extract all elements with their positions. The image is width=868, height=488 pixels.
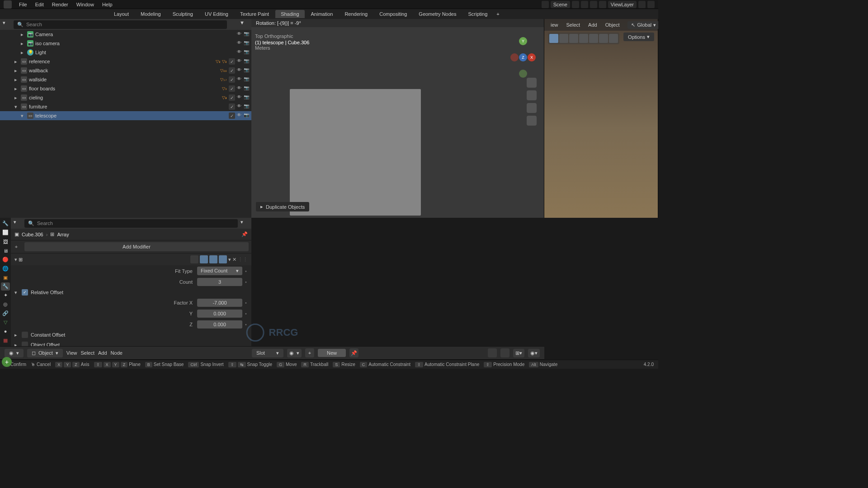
tab-scripting[interactable]: Scripting bbox=[462, 10, 493, 18]
hide-viewport-icon[interactable]: 👁 bbox=[236, 49, 242, 56]
particles-tab-icon[interactable]: ✦ bbox=[1, 291, 10, 300]
tree-row-furniture[interactable]: ▾▭furniture✓👁📷 bbox=[0, 102, 251, 111]
props-options-icon[interactable]: ▾ bbox=[14, 219, 22, 227]
render-tab-icon[interactable]: ⬜ bbox=[1, 229, 10, 237]
tree-row-floor-boards[interactable]: ▸▭floor boards▽₉✓👁📷 bbox=[0, 84, 251, 93]
output-tab-icon[interactable]: 🖼 bbox=[1, 238, 10, 246]
expand-arrow-icon[interactable]: ▾ bbox=[14, 104, 19, 110]
last-op-panel[interactable]: ▸ Duplicate Objects bbox=[256, 202, 309, 211]
tab-shading[interactable]: Shading bbox=[275, 10, 304, 18]
tree-row-wallback[interactable]: ▸▭wallback▽₆₀✓👁📷 bbox=[0, 66, 251, 75]
tab-geometrynodes[interactable]: Geometry Nodes bbox=[413, 10, 462, 18]
blender-logo-icon[interactable] bbox=[4, 0, 12, 9]
scene-browse-icon[interactable] bbox=[542, 1, 549, 8]
menu-render[interactable]: Render bbox=[48, 1, 72, 8]
section-checkbox[interactable] bbox=[22, 332, 28, 338]
camera-view-icon[interactable] bbox=[527, 103, 537, 113]
viewlayer-browse-icon[interactable] bbox=[599, 1, 606, 8]
use-nodes-icon[interactable] bbox=[488, 348, 497, 357]
scene-del-icon[interactable] bbox=[590, 1, 597, 8]
crumb-modifier[interactable]: Array bbox=[57, 232, 69, 237]
select-box-tool-icon[interactable] bbox=[549, 34, 558, 43]
mod-realtime-icon[interactable] bbox=[200, 255, 208, 263]
vp-menu-select[interactable]: Select bbox=[564, 21, 583, 28]
ne-menu-select[interactable]: Select bbox=[80, 350, 94, 356]
outliner-tree[interactable]: ▸📷Camera👁📷▸📷iso camera👁📷▸💡Light👁📷▸▭refer… bbox=[0, 30, 251, 218]
exclude-checkbox[interactable]: ✓ bbox=[229, 76, 235, 83]
disable-render-icon[interactable]: 📷 bbox=[243, 85, 250, 92]
tree-row-reference[interactable]: ▸▭reference▽₂ ▽₂✓👁📷 bbox=[0, 57, 251, 66]
new-collection-icon[interactable] bbox=[229, 20, 238, 29]
tree-row-telescope[interactable]: ▾▭telescope✓👁📷 bbox=[0, 111, 251, 120]
disable-render-icon[interactable]: 📷 bbox=[243, 103, 250, 110]
section-checkbox[interactable] bbox=[22, 342, 28, 346]
perspective-icon[interactable] bbox=[527, 116, 537, 126]
exclude-checkbox[interactable]: ✓ bbox=[229, 85, 235, 92]
mod-close-icon[interactable]: ✕ bbox=[232, 257, 236, 263]
tree-row-iso-camera[interactable]: ▸📷iso camera👁📷 bbox=[0, 39, 251, 48]
add-modifier-button[interactable]: Add Modifier bbox=[24, 242, 249, 251]
material-browse-dropdown[interactable]: ◉▾ bbox=[287, 349, 302, 357]
tab-uvediting[interactable]: UV Editing bbox=[199, 10, 234, 18]
axis-z-icon[interactable]: Z bbox=[519, 53, 527, 61]
exclude-checkbox[interactable]: ✓ bbox=[229, 67, 235, 74]
hide-viewport-icon[interactable]: 👁 bbox=[236, 103, 242, 110]
expand-arrow-icon[interactable]: ▸ bbox=[14, 59, 19, 65]
tab-compositing[interactable]: Compositing bbox=[374, 10, 412, 18]
pan-icon[interactable] bbox=[527, 90, 537, 100]
menu-file[interactable]: File bbox=[15, 1, 31, 8]
tab-modeling[interactable]: Modeling bbox=[135, 10, 166, 18]
expand-arrow-icon[interactable]: ▸ bbox=[14, 77, 19, 83]
world-tab-icon[interactable]: 🌐 bbox=[1, 264, 10, 272]
axis-y-icon[interactable]: Y bbox=[519, 37, 527, 45]
pin-icon[interactable]: 📌 bbox=[241, 231, 248, 237]
hide-viewport-icon[interactable]: 👁 bbox=[236, 40, 242, 47]
texture-tab-icon[interactable]: ▦ bbox=[1, 336, 10, 344]
overlay-node-dropdown[interactable]: ◉▾ bbox=[528, 349, 540, 357]
exclude-checkbox[interactable]: ✓ bbox=[229, 94, 235, 101]
hide-viewport-icon[interactable]: 👁 bbox=[236, 94, 242, 101]
menu-window[interactable]: Window bbox=[73, 1, 98, 8]
mod-cage-icon[interactable] bbox=[219, 255, 227, 263]
tab-animation[interactable]: Animation bbox=[306, 10, 339, 18]
tree-row-camera[interactable]: ▸📷Camera👁📷 bbox=[0, 30, 251, 39]
scene-tab-icon[interactable]: 🔴 bbox=[1, 255, 10, 263]
disable-render-icon[interactable]: 📷 bbox=[243, 94, 250, 101]
viewlayer-tab-icon[interactable]: 🖥 bbox=[1, 247, 10, 255]
vp-menu-object[interactable]: Object bbox=[603, 21, 623, 28]
hide-viewport-icon[interactable]: 👁 bbox=[236, 67, 242, 74]
filter-icon[interactable]: ▼ bbox=[240, 20, 249, 29]
factor-x-field[interactable]: -7.000 bbox=[197, 299, 242, 307]
backdrop-icon[interactable] bbox=[500, 348, 509, 357]
expand-arrow-icon[interactable]: ▸ bbox=[21, 50, 25, 56]
object-tab-icon[interactable]: ▣ bbox=[1, 273, 10, 282]
collapse-icon[interactable]: ▾ bbox=[14, 257, 17, 263]
viewlayer-new-icon[interactable] bbox=[638, 1, 646, 8]
physics-tab-icon[interactable]: ◎ bbox=[1, 300, 10, 309]
ne-menu-view[interactable]: View bbox=[66, 350, 77, 356]
viewlayer-del-icon[interactable] bbox=[647, 1, 655, 8]
menu-edit[interactable]: Edit bbox=[32, 1, 47, 8]
animate-dot[interactable]: • bbox=[245, 268, 248, 274]
mod-drag-icon[interactable]: ⋮⋮ bbox=[238, 257, 248, 263]
disable-render-icon[interactable]: 📷 bbox=[243, 67, 250, 74]
viewlayer-name-field[interactable]: ViewLayer bbox=[608, 1, 637, 8]
axis-x-icon[interactable]: X bbox=[528, 53, 536, 61]
expand-arrow-icon[interactable]: ▾ bbox=[21, 113, 25, 119]
hide-viewport-icon[interactable]: 👁 bbox=[236, 85, 242, 92]
plus-icon[interactable]: + bbox=[11, 244, 22, 249]
disable-render-icon[interactable]: 📷 bbox=[243, 76, 250, 83]
vp-menu-view[interactable]: iew bbox=[548, 21, 561, 28]
relative-offset-header[interactable]: ▾ ✓ Relative Offset bbox=[11, 287, 251, 297]
tool-tab-icon[interactable]: 🔧 bbox=[1, 220, 10, 228]
disable-render-icon[interactable]: 📷 bbox=[243, 31, 250, 38]
axis-neg-x-icon[interactable] bbox=[510, 53, 519, 61]
disable-render-icon[interactable]: 📷 bbox=[243, 113, 250, 119]
constraints-tab-icon[interactable]: 🔗 bbox=[1, 310, 10, 318]
tab-sculpting[interactable]: Sculpting bbox=[167, 10, 198, 18]
tree-row-wallside[interactable]: ▸▭wallside▽₅₇✓👁📷 bbox=[0, 75, 251, 84]
tab-texturepaint[interactable]: Texture Paint bbox=[235, 10, 274, 18]
tree-row-cieling[interactable]: ▸▭cieling▽₃✓👁📷 bbox=[0, 93, 251, 102]
exclude-checkbox[interactable]: ✓ bbox=[229, 58, 235, 65]
section-constant-offset[interactable]: ▸Constant Offset bbox=[11, 330, 251, 340]
